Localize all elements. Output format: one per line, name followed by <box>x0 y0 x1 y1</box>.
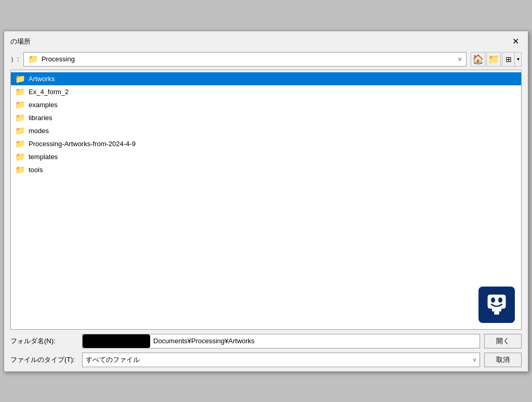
view-split-button: ⊞ ▾ <box>502 52 522 67</box>
list-item[interactable]: 📁 tools <box>11 163 521 176</box>
file-list: 📁 Artworks 📁 Ex_4_form_2 📁 examples 📁 li… <box>11 70 521 178</box>
file-type-label: ファイルのタイプ(T): <box>10 355 78 365</box>
list-item[interactable]: 📁 Artworks <box>11 72 521 85</box>
file-type-value: すべてのファイル <box>86 355 140 365</box>
location-dropdown[interactable]: 📁 Processing ∨ <box>23 52 467 67</box>
item-name: templates <box>29 153 58 161</box>
view-arrow-button[interactable]: ▾ <box>514 52 522 67</box>
list-item[interactable]: 📁 templates <box>11 150 521 163</box>
item-name: Artworks <box>29 75 55 83</box>
item-name: Ex_4_form_2 <box>29 88 69 96</box>
cancel-button[interactable]: 取消 <box>484 353 522 367</box>
dialog-title: の場所 <box>10 37 31 46</box>
item-name: examples <box>29 101 58 109</box>
location-text: Processing <box>42 55 456 63</box>
bottom-section: フォルダ名(N): 開く ファイルのタイプ(T): すべてのファイル ∨ 取消 <box>4 330 528 371</box>
folder-name-label: フォルダ名(N): <box>10 336 78 346</box>
toolbar-buttons: 🏠 📁 ⊞ ▾ <box>471 52 522 67</box>
folder-name-row: フォルダ名(N): 開く <box>10 334 522 348</box>
masked-region <box>83 334 150 348</box>
svg-point-3 <box>491 297 495 303</box>
folder-icon: 📁 <box>15 139 25 149</box>
view-arrow-icon: ▾ <box>517 56 520 62</box>
svg-rect-6 <box>494 312 499 315</box>
folder-name-input-wrapper <box>82 334 480 348</box>
up-arrow-icon: 🏠 <box>472 54 484 65</box>
svg-rect-5 <box>492 307 501 312</box>
close-button[interactable]: ✕ <box>509 35 522 48</box>
item-name: libraries <box>29 114 52 122</box>
item-name: modes <box>29 127 49 135</box>
new-folder-icon: 📁 <box>488 54 499 65</box>
folder-icon: 📁 <box>28 54 38 64</box>
file-dialog: の場所 ✕ ）: 📁 Processing ∨ 🏠 📁 ⊞ ▾ <box>4 31 528 372</box>
watermark-icon <box>484 290 510 319</box>
item-name: Processing-Artworks-from-2024-4-9 <box>29 140 136 148</box>
list-item[interactable]: 📁 examples <box>11 98 521 111</box>
new-folder-button[interactable]: 📁 <box>486 52 501 67</box>
title-bar: の場所 ✕ <box>4 31 528 50</box>
folder-icon: 📁 <box>15 165 25 175</box>
list-item[interactable]: 📁 Ex_4_form_2 <box>11 85 521 98</box>
svg-point-4 <box>498 297 502 303</box>
folder-icon: 📁 <box>15 126 25 136</box>
file-type-dropdown[interactable]: すべてのファイル ∨ <box>82 353 480 367</box>
toolbar-row: ）: 📁 Processing ∨ 🏠 📁 ⊞ ▾ <box>4 50 528 70</box>
file-list-container[interactable]: 📁 Artworks 📁 Ex_4_form_2 📁 examples 📁 li… <box>10 70 522 330</box>
folder-icon: 📁 <box>15 74 25 84</box>
file-type-row: ファイルのタイプ(T): すべてのファイル ∨ 取消 <box>10 353 522 367</box>
list-item[interactable]: 📁 libraries <box>11 111 521 124</box>
navigate-up-button[interactable]: 🏠 <box>471 52 485 67</box>
folder-icon: 📁 <box>15 113 25 123</box>
folder-icon: 📁 <box>15 152 25 162</box>
open-button[interactable]: 開く <box>484 334 522 348</box>
item-name: tools <box>29 166 43 174</box>
list-item[interactable]: 📁 Processing-Artworks-from-2024-4-9 <box>11 137 521 150</box>
combo-arrow-icon: ∨ <box>473 357 476 362</box>
location-label: ）: <box>10 55 19 64</box>
watermark-logo <box>478 287 515 323</box>
folder-name-field[interactable] <box>150 336 480 346</box>
folder-icon: 📁 <box>15 100 25 110</box>
folder-icon: 📁 <box>15 87 25 97</box>
dropdown-arrow-icon: ∨ <box>458 56 462 62</box>
view-main-button[interactable]: ⊞ <box>502 52 514 67</box>
view-icon: ⊞ <box>506 55 512 63</box>
list-item[interactable]: 📁 modes <box>11 124 521 137</box>
